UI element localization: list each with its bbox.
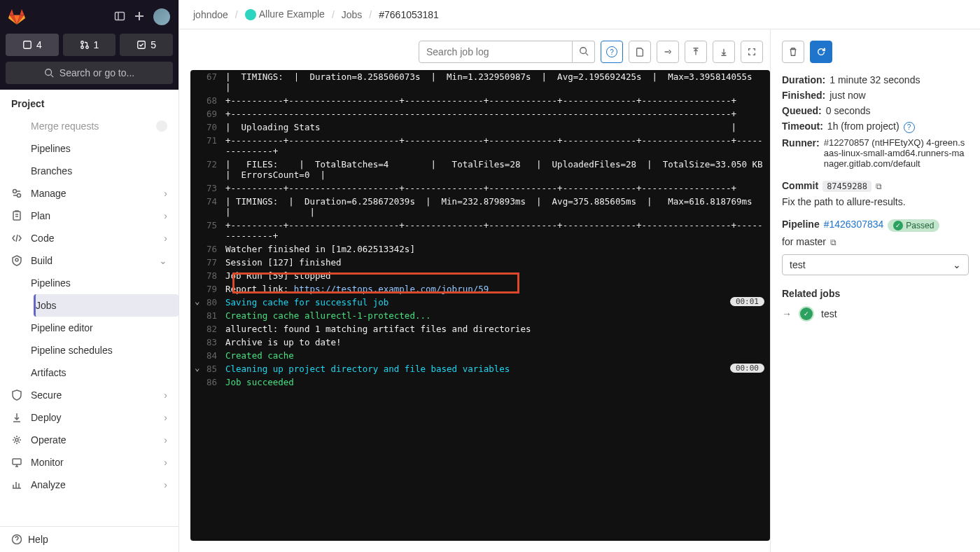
- chevron-right-icon: ›: [164, 210, 167, 221]
- breadcrumb-user[interactable]: johndoe: [193, 9, 228, 20]
- chevron-right-icon: ›: [164, 412, 167, 423]
- log-line-80: 80Saving cache for successful job00:01: [190, 296, 770, 309]
- chevron-down-icon: ⌄: [953, 259, 961, 270]
- fold-toggle-icon[interactable]: ⌄: [195, 296, 200, 306]
- merge-requests-count: 1: [94, 39, 99, 50]
- log-line-86: 86Job succeeded: [190, 375, 770, 389]
- sidebar-item-secure[interactable]: Secure›: [0, 384, 178, 406]
- svg-point-3: [80, 41, 83, 44]
- secure-icon: [11, 389, 22, 401]
- log-line-72: 72| FILES: | TotalBatches=4 | TotalFiles…: [190, 158, 770, 181]
- svg-point-13: [15, 439, 18, 441]
- log-line-69: 69+-------------------------------------…: [190, 107, 770, 120]
- pipeline-label: Pipeline: [782, 219, 820, 230]
- svg-point-4: [80, 46, 83, 49]
- plan-icon: [11, 210, 22, 221]
- manage-icon: [11, 188, 22, 199]
- section-duration-badge: 00:00: [730, 364, 764, 373]
- log-line-85: 85Cleaning up project directory and file…: [190, 362, 770, 375]
- sidebar: 4 1 5 Search or go to... Project Merge r…: [0, 0, 179, 552]
- breadcrumb-section[interactable]: Jobs: [342, 9, 363, 20]
- retry-job-button[interactable]: [810, 41, 832, 63]
- sidebar-item-monitor[interactable]: Monitor›: [0, 451, 178, 474]
- breadcrumb: johndoe / Allure Example / Jobs / #76610…: [179, 0, 980, 29]
- sidebar-subitem-jobs[interactable]: Jobs: [34, 294, 178, 317]
- chevron-right-icon: ›: [164, 457, 167, 468]
- related-job-name: test: [821, 308, 837, 319]
- sidebar-subitem-pipelines[interactable]: Pipelines: [31, 272, 178, 294]
- collapse-sidebar-icon[interactable]: [114, 11, 125, 24]
- sidebar-item-branches[interactable]: Branches: [31, 160, 178, 182]
- commit-hash[interactable]: 87459288: [822, 181, 872, 192]
- pipeline-id-link[interactable]: #1426307834: [824, 219, 884, 230]
- todo-badge-button[interactable]: 5: [120, 34, 173, 56]
- project-section-label: Project: [0, 90, 178, 115]
- project-icon: [245, 9, 256, 20]
- job-log[interactable]: 67| TIMINGS: | Duration=8.258506073s | M…: [190, 70, 770, 541]
- related-job-status-icon: ✓: [799, 306, 814, 322]
- gitlab-logo[interactable]: [8, 8, 25, 25]
- chevron-right-icon: ›: [164, 233, 167, 244]
- sidebar-subitem-artifacts[interactable]: Artifacts: [31, 361, 178, 384]
- pipeline-status-badge: ✓Passed: [888, 219, 939, 232]
- search-button[interactable]: Search or go to...: [6, 62, 173, 84]
- report-link[interactable]: https://testops.example.com/jobrun/59: [294, 284, 489, 294]
- stage-select[interactable]: test⌄: [782, 254, 969, 275]
- copy-branch-icon[interactable]: ⧉: [830, 237, 836, 247]
- svg-rect-0: [115, 12, 125, 20]
- scroll-to-icon[interactable]: [657, 41, 679, 63]
- log-line-75: 75+----------+---------------------+----…: [190, 219, 770, 242]
- plus-icon[interactable]: [134, 11, 145, 24]
- log-help-icon[interactable]: ?: [601, 41, 623, 63]
- sidebar-item-operate[interactable]: Operate›: [0, 429, 178, 451]
- sidebar-subitem-pipeline-editor[interactable]: Pipeline editor: [31, 317, 178, 339]
- log-line-76: 76Watcher finished in [1m2.062513342s]: [190, 242, 770, 256]
- monitor-icon: [11, 457, 22, 468]
- issues-badge-button[interactable]: 4: [6, 34, 59, 56]
- finished-label: Finished:: [782, 90, 825, 101]
- sidebar-item-plan[interactable]: Plan›: [0, 205, 178, 227]
- copy-commit-icon[interactable]: ⧉: [876, 181, 882, 191]
- log-line-67: 67| TIMINGS: | Duration=8.258506073s | M…: [190, 70, 770, 94]
- sidebar-item-build[interactable]: Build⌄: [0, 249, 178, 272]
- log-line-71: 71+----------+---------------------+----…: [190, 134, 770, 158]
- delete-job-button[interactable]: [782, 41, 804, 63]
- breadcrumb-project[interactable]: Allure Example: [245, 8, 325, 20]
- sidebar-item-manage[interactable]: Manage›: [0, 182, 178, 205]
- scroll-bottom-icon[interactable]: [713, 41, 735, 63]
- related-job-item[interactable]: → ✓ test: [782, 306, 969, 322]
- operate-icon: [11, 434, 22, 446]
- sidebar-item-merge-requests[interactable]: Merge requests: [31, 115, 178, 137]
- scroll-top-icon[interactable]: [685, 41, 707, 63]
- code-icon: [11, 233, 22, 244]
- user-avatar[interactable]: [153, 8, 170, 25]
- help-link[interactable]: Help: [0, 526, 178, 552]
- log-line-68: 68+----------+---------------------+----…: [190, 94, 770, 107]
- log-line-78: 78Job Run [59] stopped: [190, 269, 770, 282]
- search-log-submit[interactable]: [573, 41, 595, 63]
- sidebar-item-deploy[interactable]: Deploy›: [0, 406, 178, 429]
- sidebar-subitem-pipeline-schedules[interactable]: Pipeline schedules: [31, 339, 178, 361]
- fold-toggle-icon[interactable]: ⌄: [195, 362, 200, 373]
- merge-requests-badge-button[interactable]: 1: [63, 34, 116, 56]
- sidebar-item-pipelines-top[interactable]: Pipelines: [31, 137, 178, 160]
- todo-count: 5: [150, 39, 156, 50]
- breadcrumb-job-id[interactable]: #7661053181: [379, 9, 439, 20]
- pipeline-for: for master: [782, 236, 826, 247]
- finished-value: just now: [830, 90, 865, 101]
- deploy-icon: [11, 412, 22, 423]
- log-area: ? 67| TIMINGS: | Duration=8.258506073s |…: [179, 29, 770, 552]
- svg-rect-2: [24, 41, 31, 49]
- log-line-82: 82allurectl: found 1 matching artifact f…: [190, 322, 770, 336]
- sidebar-item-code[interactable]: Code›: [0, 227, 178, 249]
- fullscreen-icon[interactable]: [741, 41, 763, 63]
- timeout-help-icon[interactable]: ?: [904, 122, 915, 133]
- log-line-79: 79Report link: https://testops.example.c…: [190, 282, 770, 296]
- timeout-label: Timeout:: [782, 120, 823, 132]
- sidebar-item-analyze[interactable]: Analyze›: [0, 474, 178, 496]
- search-log-input[interactable]: [419, 41, 573, 63]
- svg-point-5: [85, 46, 88, 49]
- sidebar-topbar: 4 1 5 Search or go to...: [0, 0, 178, 90]
- raw-log-icon[interactable]: [629, 41, 651, 63]
- duration-label: Duration:: [782, 74, 825, 85]
